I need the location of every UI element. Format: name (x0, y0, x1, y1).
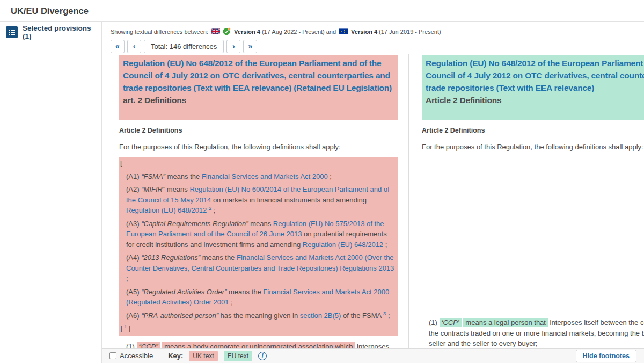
inserted-line: (A6) “PRA-authorised person” has the mea… (120, 310, 394, 321)
text-segment: (A3) (126, 220, 141, 228)
inserted-line: (A1) “FSMA” means the Financial Services… (120, 171, 394, 182)
text-segment: ; (211, 206, 215, 214)
text-segment: “FSMA” (141, 172, 165, 180)
uk-document-pane[interactable]: Regulation (EU) No 648/2012 of the Europ… (119, 55, 398, 348)
hide-footnotes-button[interactable]: Hide footnotes (576, 350, 637, 362)
text-segment: “PRA-authorised person” (141, 311, 218, 320)
sidebar-item-selected-provisions[interactable]: Selected provisions (1) (0, 22, 101, 42)
uk-text-key-badge: UK text (189, 351, 217, 361)
text-segment: (A1) (126, 172, 141, 180)
text-segment: ; (328, 172, 332, 180)
spacer (422, 152, 644, 311)
paragraph: (1) “CCP” means a body corporate or unin… (119, 342, 398, 348)
text-segment: means the (165, 172, 202, 180)
text-segment: “2013 Regulations” (141, 253, 200, 262)
showing-differences-line: Showing textual differences between: Ver… (111, 27, 644, 35)
text-segment: ; (383, 241, 387, 249)
previous-difference-button[interactable]: ‹ (127, 40, 141, 53)
eu-article-label: Article 2 Definitions (422, 126, 644, 136)
eu-document-heading: Regulation (EU) No 648/2012 of the Europ… (422, 55, 644, 120)
eu-text-key-badge: EU text (224, 351, 252, 361)
selected-provisions-label: Selected provisions (1) (23, 24, 96, 40)
uk-version-name: Version 4 (234, 28, 260, 35)
column-body: For the purposes of this Regulation, the… (422, 142, 644, 348)
accessible-control[interactable]: Accessible (109, 352, 153, 360)
eu-heading-title: Regulation (EU) No 648/2012 of the Europ… (426, 59, 644, 92)
footer-bar: Accessible Key: UK text EU text i Hide f… (102, 348, 644, 363)
eu-heading-article: Article 2 Definitions (426, 94, 644, 106)
inserted-line: ] 1 [ (120, 323, 394, 334)
next-difference-button[interactable]: › (226, 40, 240, 53)
page-title: UK/EU Divergence (0, 0, 644, 22)
text-segment: “Regulated Activities Order” (141, 288, 226, 296)
info-icon[interactable]: i (258, 352, 267, 360)
text-segment: ; (229, 298, 232, 306)
text-segment: means a legal person that (463, 318, 548, 327)
column-divider (408, 54, 409, 348)
accessible-checkbox[interactable] (109, 352, 116, 359)
inline-link[interactable]: Financial Services and Markets Act 2000 (202, 172, 328, 180)
text-segment: ‘CCP’ (440, 318, 462, 327)
uk-version-dates: (17 Aug 2022 - Present) (262, 28, 325, 35)
text-segment: “CCP” (137, 342, 160, 348)
uk-heading-title: Regulation (EU) No 648/2012 of the Europ… (123, 59, 392, 92)
page-header: UK/EU Divergence (0, 0, 644, 22)
text-segment: (A6) (126, 311, 141, 320)
uk-article-label: Article 2 Definitions (119, 126, 398, 136)
text-segment: For the purposes of this Regulation, the… (422, 143, 643, 151)
text-segment: (1) (126, 343, 137, 348)
text-segment: on markets in financial instruments and … (211, 196, 367, 204)
comparison-toolbar: Showing textual differences between: Ver… (102, 22, 644, 54)
eu-version-name: Version 4 (351, 28, 377, 35)
accessible-label: Accessible (120, 352, 153, 360)
text-segment: “MIFIR” (141, 185, 165, 193)
inserted-line: (A3) “Capital Requirements Regulation” m… (120, 219, 394, 250)
uk-flag-icon (211, 28, 220, 34)
inline-link[interactable]: section 2B(5) (300, 311, 341, 320)
text-segment: [ (120, 159, 122, 167)
inline-link[interactable]: Regulation (EU) 648/2012 (126, 206, 207, 214)
inserted-line: (A4) “2013 Regulations” means the Financ… (120, 252, 394, 284)
list-icon (6, 26, 18, 38)
showing-label: Showing textual differences between: (111, 28, 208, 35)
difference-navigation: « ‹ Total: 146 differences › » (111, 40, 644, 53)
last-difference-button[interactable]: » (243, 40, 257, 53)
uk-document-heading: Regulation (EU) No 648/2012 of the Europ… (119, 55, 398, 120)
text-segment: means the (200, 253, 237, 262)
check-badge-icon (223, 27, 231, 35)
first-difference-button[interactable]: « (111, 40, 125, 53)
text-segment: (A5) (126, 288, 141, 296)
text-segment: For the purposes of this Regulation, the… (119, 143, 341, 151)
and-label: and (326, 28, 336, 35)
text-segment: of the FSMA (341, 311, 383, 320)
total-differences-label: Total: 146 differences (144, 40, 224, 53)
paragraph: For the purposes of this Regulation, the… (119, 142, 398, 153)
text-segment: “Capital Requirements Regulation” (141, 220, 248, 228)
text-segment: [ (127, 324, 131, 332)
uk-heading-article: art. 2 Definitions (123, 94, 394, 106)
text-segment: has the meaning given in (218, 311, 300, 320)
text-segment: (A4) (126, 253, 141, 262)
text-segment: means (165, 185, 189, 193)
eu-document-pane[interactable]: Regulation (EU) No 648/2012 of the Europ… (422, 55, 644, 348)
text-segment: means the (226, 288, 263, 296)
text-segment: means a body corporate or unincorporated… (162, 342, 355, 348)
text-segment: ; (386, 311, 390, 320)
key-label: Key: (168, 352, 183, 360)
text-segment: ; (126, 274, 128, 282)
text-segment: (A2) (126, 185, 141, 193)
inserted-text-block: [(A1) “FSMA” means the Financial Service… (119, 157, 398, 336)
column-body: For the purposes of this Regulation, the… (119, 142, 398, 348)
eu-flag-icon (339, 28, 348, 34)
paragraph: (1) ‘CCP’ means a legal person that inte… (422, 317, 644, 348)
text-segment: (1) (429, 318, 440, 326)
inserted-line: (A5) “Regulated Activities Order” means … (120, 287, 394, 308)
sidebar: Selected provisions (1) (0, 22, 102, 363)
app-window: UK/EU Divergence Selected provisions (1)… (0, 0, 644, 363)
inserted-line: [ (120, 158, 394, 169)
text-segment: means (248, 220, 273, 228)
inline-link[interactable]: Regulation (EU) 648/2012 (303, 241, 383, 249)
comparison-content: Regulation (EU) No 648/2012 of the Europ… (102, 54, 644, 348)
eu-version-dates: (17 Jun 2019 - Present) (379, 28, 441, 35)
inserted-line: (A2) “MIFIR” means Regulation (EU) No 60… (120, 184, 394, 216)
